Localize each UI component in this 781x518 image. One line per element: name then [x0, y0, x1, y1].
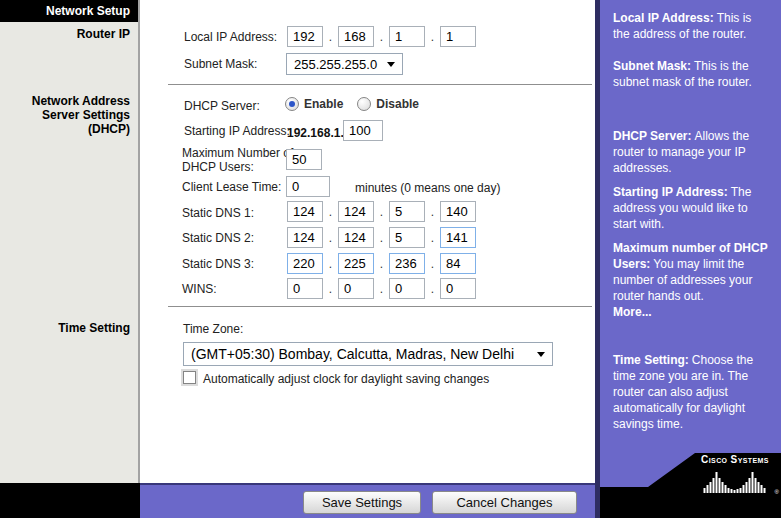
help-sidebar: Local IP Address:This is the address of … [600, 0, 781, 518]
octet-separator: . [425, 231, 440, 245]
help-term: Local IP Address: [613, 11, 714, 25]
help-subnet-mask: Subnet Mask:This is the subnet mask of t… [613, 58, 771, 90]
octet-separator: . [323, 231, 338, 245]
octet-separator: . [374, 257, 389, 271]
octet-separator: . [323, 282, 338, 296]
panel-title: Network Setup [0, 0, 138, 22]
dhcp-disable-label: Disable [376, 97, 419, 111]
cisco-brand-text: Cisco Systems [697, 454, 773, 465]
dns1-octet-2[interactable] [338, 201, 374, 222]
dst-checkbox[interactable] [183, 371, 196, 384]
chevron-down-icon [387, 62, 395, 71]
local-ip-octet-2[interactable] [338, 26, 374, 47]
max-dhcp-users-label-line1: Maximum Number of [182, 146, 293, 160]
wins-octet-2[interactable] [338, 278, 374, 299]
max-dhcp-users-input[interactable] [286, 149, 322, 170]
help-term: DHCP Server: [613, 129, 691, 143]
sidebar-label-router-ip: Router IP [77, 27, 130, 41]
dns3-octet-3[interactable] [389, 253, 425, 274]
octet-separator: . [425, 282, 440, 296]
dhcp-enable-radio[interactable]: Enable [285, 97, 343, 111]
starting-ip-input[interactable] [343, 120, 383, 141]
static-dns3-octets: . . . [287, 253, 476, 274]
dns3-octet-2[interactable] [338, 253, 374, 274]
sidebar-label-dhcp-line2: Server Settings (DHCP) [0, 108, 130, 136]
help-max-dhcp-users: Maximum number of DHCP Users:You may lim… [613, 240, 771, 320]
octet-separator: . [323, 205, 338, 219]
max-dhcp-users-label: Maximum Number of DHCP Users: [182, 146, 293, 174]
local-ip-octets: . . . [287, 26, 476, 47]
wins-octet-1[interactable] [287, 278, 323, 299]
time-zone-label: Time Zone: [183, 322, 243, 336]
octet-separator: . [323, 257, 338, 271]
bottom-bar: Save Settings Cancel Changes [140, 483, 595, 518]
octet-separator: . [425, 257, 440, 271]
local-ip-octet-4[interactable] [440, 26, 476, 47]
client-lease-time-suffix: minutes (0 means one day) [355, 181, 500, 195]
radio-checked-icon [285, 97, 299, 111]
section-divider [168, 306, 592, 307]
octet-separator: . [323, 30, 338, 44]
subnet-mask-select[interactable]: 255.255.255.0 [286, 53, 403, 75]
radio-unchecked-icon [357, 97, 371, 111]
dhcp-disable-radio[interactable]: Disable [357, 97, 419, 111]
dns3-octet-1[interactable] [287, 253, 323, 274]
time-zone-value: (GMT+05:30) Bombay, Calcutta, Madras, Ne… [191, 346, 514, 362]
dns1-octet-1[interactable] [287, 201, 323, 222]
starting-ip-label: Starting IP Address: [184, 124, 290, 138]
starting-ip-prefix: 192.168.1. [287, 126, 344, 140]
octet-separator: . [374, 205, 389, 219]
dhcp-server-label: DHCP Server: [184, 99, 260, 113]
local-ip-label: Local IP Address: [184, 30, 277, 44]
sidebar-label-time-setting: Time Setting [58, 321, 130, 335]
dns2-octet-3[interactable] [389, 227, 425, 248]
wins-octets: . . . [287, 278, 476, 299]
bottom-left-black-block [0, 483, 140, 518]
client-lease-time-label: Client Lease Time: [182, 180, 281, 194]
sidebar-label-dhcp: Network Address Server Settings (DHCP) [0, 94, 130, 136]
dns2-octet-1[interactable] [287, 227, 323, 248]
more-link[interactable]: More... [613, 304, 771, 320]
help-term: Starting IP Address: [613, 185, 728, 199]
help-dhcp-server: DHCP Server:Allows the router to manage … [613, 128, 771, 176]
dns1-octet-4[interactable] [440, 201, 476, 222]
subnet-mask-label: Subnet Mask: [184, 57, 257, 71]
wins-octet-3[interactable] [389, 278, 425, 299]
max-dhcp-users-label-line2: DHCP Users: [182, 160, 293, 174]
local-ip-octet-3[interactable] [389, 26, 425, 47]
cisco-corner-background: Cisco Systems [600, 443, 781, 518]
local-ip-octet-1[interactable] [287, 26, 323, 47]
cisco-systems-logo: Cisco Systems [697, 454, 773, 493]
octet-separator: . [374, 30, 389, 44]
save-settings-button[interactable]: Save Settings [303, 491, 421, 514]
octet-separator: . [374, 231, 389, 245]
dst-checkbox-label: Automatically adjust clock for daylight … [203, 372, 489, 386]
static-dns3-label: Static DNS 3: [182, 257, 254, 271]
octet-separator: . [425, 30, 440, 44]
dhcp-server-radios: Enable Disable [285, 97, 433, 111]
dns3-octet-4[interactable] [440, 253, 476, 274]
help-time-setting: Time Setting:Choose the time zone you ar… [613, 352, 771, 432]
static-dns1-octets: . . . [287, 201, 476, 222]
subnet-mask-value: 255.255.255.0 [294, 57, 377, 72]
client-lease-time-input[interactable] [286, 176, 330, 197]
help-local-ip: Local IP Address:This is the address of … [613, 10, 771, 42]
wins-octet-4[interactable] [440, 278, 476, 299]
static-dns2-octets: . . . [287, 227, 476, 248]
octet-separator: . [425, 205, 440, 219]
cisco-bridge-icon [703, 467, 767, 493]
chevron-down-icon [537, 352, 545, 361]
dhcp-enable-label: Enable [304, 97, 343, 111]
cancel-changes-button[interactable]: Cancel Changes [432, 491, 577, 514]
dns2-octet-2[interactable] [338, 227, 374, 248]
time-zone-select[interactable]: (GMT+05:30) Bombay, Calcutta, Madras, Ne… [183, 342, 553, 366]
sidebar-label-dhcp-line1: Network Address [0, 94, 130, 108]
registered-trademark: ® [775, 489, 779, 495]
router-admin-page: Router IP Network Address Server Setting… [0, 0, 781, 518]
octet-separator: . [374, 282, 389, 296]
dns1-octet-3[interactable] [389, 201, 425, 222]
dns2-octet-4[interactable] [440, 227, 476, 248]
wins-label: WINS: [182, 282, 217, 296]
help-term: Time Setting: [613, 353, 689, 367]
static-dns1-label: Static DNS 1: [182, 206, 254, 220]
